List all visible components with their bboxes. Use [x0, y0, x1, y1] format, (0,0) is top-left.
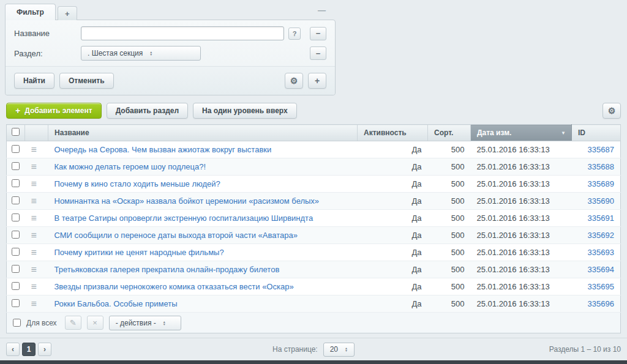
- item-sort-value: 500: [428, 278, 471, 295]
- per-page-select[interactable]: 20 ▲▼: [323, 343, 355, 357]
- item-modified-value: 25.01.2016 16:33:13: [471, 295, 572, 313]
- item-sort-value: 500: [428, 227, 471, 244]
- item-title-link[interactable]: Звезды призвали чернокожего комика отказ…: [54, 282, 294, 291]
- item-id-link[interactable]: 335692: [588, 231, 614, 240]
- row-menu-icon[interactable]: ≡: [31, 179, 37, 189]
- item-title-link[interactable]: Третьяковская галерея прекратила онлайн-…: [54, 265, 280, 274]
- next-page-button[interactable]: ›: [38, 343, 51, 356]
- item-active-value: Да: [358, 227, 428, 244]
- item-id-link[interactable]: 335693: [588, 248, 614, 257]
- bottom-dark-strip: [0, 360, 627, 364]
- col-header-active[interactable]: Активность: [358, 125, 428, 141]
- row-menu-icon[interactable]: ≡: [31, 162, 37, 172]
- add-section-button[interactable]: Добавить раздел: [107, 103, 188, 119]
- item-title-link[interactable]: Как можно делать героем шоу подлеца?!: [54, 162, 206, 171]
- item-id-link[interactable]: 335688: [588, 162, 614, 171]
- row-menu-icon[interactable]: ≡: [31, 247, 37, 258]
- grid-settings-gear-icon[interactable]: ⚙: [603, 103, 621, 119]
- item-sort-value: 500: [428, 158, 471, 176]
- row-checkbox[interactable]: [12, 162, 20, 170]
- section-field-label: Раздел:: [14, 49, 81, 58]
- collapse-filter-icon[interactable]: —: [318, 6, 326, 15]
- item-title-link[interactable]: Рокки Бальбоа. Особые приметы: [54, 299, 178, 308]
- item-modified-value: 25.01.2016 16:33:13: [471, 141, 572, 158]
- item-id-link[interactable]: 335687: [588, 145, 614, 154]
- row-checkbox[interactable]: [12, 196, 20, 204]
- group-actions-bar: Для всех ✎ × - действия - ▲▼: [6, 313, 621, 333]
- filter-row-section: Раздел: . Шестая секция ▲▼ −: [14, 46, 326, 61]
- col-header-id[interactable]: ID: [572, 125, 621, 141]
- item-title-link[interactable]: Почему критики не ценят народные фильмы?: [54, 248, 224, 257]
- row-menu-icon[interactable]: ≡: [31, 213, 37, 223]
- item-id-link[interactable]: 335690: [588, 196, 614, 206]
- actions-select[interactable]: - действия - ▲▼: [109, 316, 181, 330]
- table-row: ≡ Номинантка на «Оскар» назвала бойкот ц…: [7, 193, 621, 210]
- item-active-value: Да: [358, 158, 428, 176]
- delete-rows-button[interactable]: ×: [87, 316, 103, 330]
- item-title-link[interactable]: СМИ сообщили о переносе даты выхода втор…: [54, 231, 298, 240]
- item-id-link[interactable]: 335696: [588, 299, 614, 308]
- item-title-link[interactable]: Номинантка на «Оскар» назвала бойкот цер…: [54, 196, 320, 206]
- col-header-modified[interactable]: Дата изм. ▼: [471, 125, 572, 141]
- row-menu-icon[interactable]: ≡: [31, 144, 37, 155]
- item-id-link[interactable]: 335694: [588, 265, 614, 274]
- row-menu-icon[interactable]: ≡: [31, 230, 37, 240]
- for-all-checkbox[interactable]: [13, 319, 21, 327]
- remove-section-filter-button[interactable]: −: [310, 46, 326, 60]
- table-row: ≡ Почему в кино стало ходить меньше люде…: [7, 176, 621, 193]
- item-id-link[interactable]: 335691: [588, 214, 614, 223]
- item-sort-value: 500: [428, 193, 471, 210]
- row-checkbox[interactable]: [12, 231, 20, 239]
- row-checkbox[interactable]: [12, 179, 20, 187]
- add-filter-field-button[interactable]: +: [308, 73, 326, 89]
- filter-panel: Фильтр + — Название ? − Раздел: . Шестая…: [5, 4, 336, 95]
- row-checkbox[interactable]: [12, 265, 20, 273]
- add-element-button[interactable]: + Добавить элемент: [6, 103, 102, 119]
- item-modified-value: 25.01.2016 16:33:13: [471, 227, 572, 244]
- table-row: ≡ Третьяковская галерея прекратила онлай…: [7, 261, 621, 278]
- table-row: ≡ Звезды призвали чернокожего комика отк…: [7, 278, 621, 295]
- table-row: ≡ Как можно делать героем шоу подлеца?! …: [7, 158, 621, 176]
- select-arrows-icon: ▲▼: [149, 51, 152, 56]
- item-id-link[interactable]: 335695: [588, 282, 614, 291]
- help-button[interactable]: ?: [288, 28, 301, 40]
- item-title-link[interactable]: Почему в кино стало ходить меньше людей?: [54, 179, 220, 188]
- name-filter-input[interactable]: [81, 26, 284, 40]
- row-menu-icon[interactable]: ≡: [31, 281, 37, 292]
- add-filter-tab[interactable]: +: [58, 6, 77, 20]
- filter-actions: Найти Отменить ⚙ +: [6, 66, 335, 95]
- row-menu-icon[interactable]: ≡: [31, 264, 37, 275]
- row-menu-icon[interactable]: ≡: [31, 299, 37, 309]
- cancel-button[interactable]: Отменить: [59, 73, 114, 89]
- find-button[interactable]: Найти: [14, 73, 54, 89]
- item-active-value: Да: [358, 193, 428, 210]
- col-header-sort[interactable]: Сорт.: [428, 125, 471, 141]
- table-row: ≡ Почему критики не ценят народные фильм…: [7, 244, 621, 261]
- row-checkbox[interactable]: [12, 299, 20, 307]
- plus-icon: +: [15, 106, 20, 116]
- row-checkbox[interactable]: [12, 282, 20, 290]
- item-title-link[interactable]: В театре Сатиры опровергли экстренную го…: [54, 214, 314, 223]
- item-modified-value: 25.01.2016 16:33:13: [471, 193, 572, 210]
- row-menu-icon[interactable]: ≡: [31, 196, 37, 206]
- col-header-title[interactable]: Название: [48, 125, 358, 141]
- level-up-button[interactable]: На один уровень вверх: [193, 103, 297, 119]
- filter-tabs: Фильтр + —: [5, 4, 336, 20]
- current-page-button[interactable]: 1: [22, 343, 36, 356]
- remove-name-filter-button[interactable]: −: [310, 27, 326, 40]
- select-all-checkbox[interactable]: [12, 128, 20, 136]
- item-title-link[interactable]: Очередь на Серова. Чем вызван ажиотаж во…: [54, 145, 272, 154]
- row-checkbox[interactable]: [12, 145, 20, 153]
- table-row: ≡ СМИ сообщили о переносе даты выхода вт…: [7, 227, 621, 244]
- item-sort-value: 500: [428, 295, 471, 313]
- section-select[interactable]: . Шестая секция ▲▼: [81, 46, 201, 61]
- filter-row-name: Название ? −: [14, 26, 326, 40]
- edit-rows-button[interactable]: ✎: [65, 316, 81, 330]
- item-sort-value: 500: [428, 210, 471, 227]
- prev-page-button[interactable]: ‹: [6, 343, 20, 356]
- row-checkbox[interactable]: [12, 214, 20, 221]
- row-checkbox[interactable]: [12, 248, 20, 256]
- item-id-link[interactable]: 335689: [588, 179, 614, 188]
- filter-tab[interactable]: Фильтр: [5, 4, 56, 20]
- filter-settings-gear-icon[interactable]: ⚙: [285, 73, 303, 89]
